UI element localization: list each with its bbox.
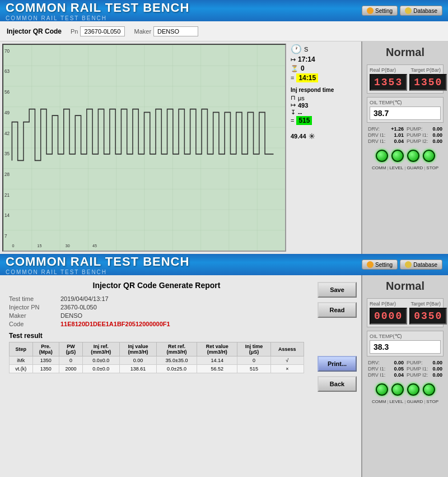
- inj-row-us: ⊓ μs: [291, 94, 359, 101]
- svg-text:7: 7: [4, 233, 7, 239]
- second-panel: Injector QR Code Generate Report Test ti…: [0, 275, 448, 477]
- th-inj-time: Inj time(μS): [237, 342, 270, 356]
- pump-label-b: PUMP:: [407, 360, 423, 365]
- drv-i2-row-b: DRV I1: 0.04: [367, 372, 405, 378]
- report-info: Test time 2019/04/04/13:17 Injector PN 2…: [9, 295, 304, 327]
- drv-i1-row: DRV I1: 1.01: [367, 132, 405, 138]
- code-value: 11E8120D1DEE1A1BF20512000000F1: [60, 321, 170, 327]
- drv-section-top: DRV: +1.26 PUMP: 0.00 DRV I1: 1.01 PUMP …: [367, 126, 444, 144]
- th-ret-val: Ret value(mm3/H): [197, 342, 237, 356]
- normal-panel-bottom: Normal Real P(Bar) Target P(Bar) 0000 03…: [361, 275, 448, 477]
- right-controls: 🕐 S ↦ 17:14 ⏳ 0 = 14:15 Inj respond time: [288, 41, 361, 254]
- pump-label: PUMP:: [407, 126, 423, 132]
- second-setting-icon: [367, 261, 374, 268]
- chart-area: 70 63 56 49 42 35 28 21 14 7 0 15 30 45: [2, 44, 286, 252]
- svg-text:63: 63: [4, 68, 10, 75]
- drv-row1: DRV: +1.26: [367, 126, 405, 132]
- th-inj-val: Inj value(mm3/H): [119, 342, 156, 356]
- timer-row-time: ↦ 17:14: [291, 55, 359, 63]
- clock-icon: 🕐: [291, 44, 302, 54]
- timer-section: 🕐 S ↦ 17:14 ⏳ 0 = 14:15: [291, 44, 359, 82]
- stop-led: [423, 150, 435, 162]
- pressure-values-top: 1353 1350: [370, 74, 441, 91]
- drv-label: DRV:: [368, 126, 380, 132]
- drv-i1-value-b: 0.05: [394, 366, 404, 372]
- comm-led-b: [376, 383, 388, 396]
- guard-led-b: [407, 383, 419, 396]
- setting-icon: [367, 7, 374, 14]
- th-ret-ref: Ret ref.(mm3/H): [156, 342, 197, 356]
- read-button[interactable]: Read: [318, 302, 357, 318]
- drv-i1-value: 1.01: [394, 132, 404, 138]
- header-left: COMMON RAIL TEST BENCH COMMON RAIL TEST …: [6, 1, 189, 21]
- pump-row1: PUMP: 0.00: [405, 126, 444, 132]
- print-button[interactable]: Print...: [318, 356, 357, 372]
- header-buttons: Setting Database: [362, 6, 442, 16]
- main-content: 70 63 56 49 42 35 28 21 14 7 0 15 30 45: [0, 41, 448, 254]
- drv-i2-label: DRV I1:: [368, 138, 385, 144]
- th-pw: PW(μS): [59, 342, 83, 356]
- status-labels-top: COMM | LEVEL | GUARD | STOP: [372, 165, 438, 170]
- drv-label-b: DRV:: [368, 360, 380, 365]
- inj-title: Inj respond time: [291, 87, 359, 93]
- pump-i2-label-b: PUMP I2:: [407, 372, 428, 378]
- drv-section-bottom: DRV: 0.00 PUMP: 0.00 DRV I1: 0.05 PUMP I…: [367, 360, 444, 378]
- second-header: COMMON RAIL TEST BENCH COMMON RAIL TEST …: [0, 254, 448, 275]
- equals-icon: =: [291, 75, 294, 81]
- second-setting-label: Setting: [375, 262, 393, 268]
- save-button[interactable]: Save: [318, 282, 357, 298]
- svg-text:14: 14: [4, 212, 10, 219]
- second-database-button[interactable]: Database: [400, 260, 442, 270]
- report-area: Injector QR Code Generate Report Test ti…: [0, 275, 313, 477]
- inj-value1: 493: [298, 102, 308, 109]
- pump-i1-value: 0.00: [432, 132, 442, 138]
- drv-i2-row: DRV I1: 0.04: [367, 138, 405, 144]
- arrow-right-icon: ↦: [291, 56, 296, 63]
- pump-i2-value-b: 0.00: [432, 372, 442, 378]
- svg-text:45: 45: [92, 243, 97, 248]
- drv-i2-value-b: 0.04: [394, 372, 404, 378]
- pump-i2-row-b: PUMP I2: 0.00: [405, 372, 444, 378]
- injector-label: Injector QR Code: [7, 27, 62, 35]
- svg-text:56: 56: [4, 89, 10, 95]
- result-table-body: iMk135000.0±0.00.0035.0±35.014.140√vt.(k…: [10, 356, 304, 373]
- real-p-display-bottom: 0000: [370, 308, 407, 325]
- injector-bar: Injector QR Code Pn 23670-0L050 Maker DE…: [0, 21, 448, 41]
- database-button[interactable]: Database: [400, 6, 442, 16]
- second-database-icon: [405, 261, 412, 268]
- pump-i2-label: PUMP I2:: [407, 138, 428, 144]
- database-label: Database: [413, 8, 437, 14]
- pn-value: 23670-0L050: [80, 26, 125, 36]
- guard-label-b: GUARD: [407, 399, 423, 404]
- oil-temp-label-bottom: OIL TEMP(℃): [370, 334, 441, 339]
- normal-title-bottom: Normal: [386, 280, 424, 293]
- target-p-display-bottom: 0350: [409, 308, 447, 325]
- level-led: [391, 150, 404, 162]
- pump-i1-label: PUMP I1:: [407, 132, 428, 138]
- inj-row-v2: ↧ --: [291, 109, 359, 116]
- report-maker-label: Maker: [9, 312, 54, 319]
- svg-text:42: 42: [4, 130, 10, 136]
- back-button[interactable]: Back: [318, 376, 357, 392]
- setting-button[interactable]: Setting: [362, 6, 398, 16]
- comm-led: [376, 150, 388, 162]
- comm-label: COMM: [372, 165, 386, 170]
- pn-field: Pn 23670-0L050: [71, 26, 125, 36]
- setting-label: Setting: [375, 8, 393, 14]
- oil-temp-section-top: OIL TEMP(℃) 38.7: [367, 97, 444, 123]
- inj-value2: --: [298, 109, 302, 116]
- pump-i1-value-b: 0.00: [432, 366, 442, 372]
- waveform-chart: 70 63 56 49 42 35 28 21 14 7 0 15 30 45: [3, 45, 285, 251]
- second-setting-button[interactable]: Setting: [362, 260, 398, 270]
- database-icon: [405, 7, 412, 14]
- table-header-row: Step Pre.(Mpa) PW(μS) Inj ref.(mm3/H) In…: [10, 342, 304, 356]
- target-p-label-top: Target P(Bar): [410, 67, 441, 73]
- stop-led-b: [423, 383, 435, 396]
- code-row: Code 11E8120D1DEE1A1BF20512000000F1: [9, 321, 304, 327]
- timer-highlight: 14:15: [296, 73, 318, 82]
- pressure-values-bottom: 0000 0350: [370, 308, 441, 325]
- us-label: μs: [298, 95, 305, 101]
- code-label: Code: [9, 321, 54, 327]
- bottom-value-row: 49.44 ✳: [291, 132, 359, 141]
- maker-label: Maker: [134, 28, 151, 35]
